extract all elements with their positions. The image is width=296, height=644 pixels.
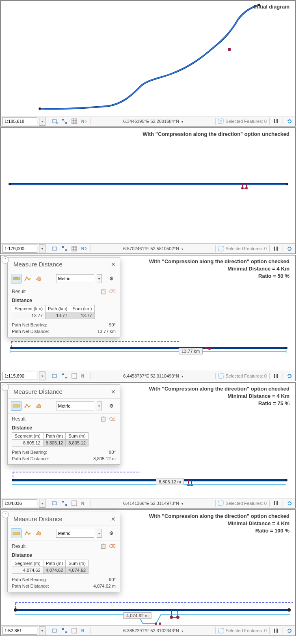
map-canvas[interactable]: With "Compression along the direction" o… xyxy=(1,383,295,498)
svg-rect-65 xyxy=(274,501,275,505)
tool-add-layer-icon[interactable] xyxy=(51,499,59,507)
scale-dropdown[interactable]: ▾ xyxy=(39,244,45,253)
coords-dropdown-icon[interactable]: ▾ xyxy=(181,120,183,124)
tool-grid-icon[interactable] xyxy=(70,627,78,635)
tool-snap-icon[interactable]: N xyxy=(80,499,88,507)
scale-input[interactable] xyxy=(2,117,37,125)
tool-constraints-icon[interactable] xyxy=(60,372,69,380)
tool-grid-icon[interactable] xyxy=(70,245,78,253)
refresh-icon[interactable] xyxy=(285,372,294,380)
measure-title: Measure Distance xyxy=(13,261,111,268)
copy-icon[interactable]: 📋 xyxy=(100,416,106,422)
tool-snap-icon[interactable]: N xyxy=(80,627,88,635)
coords-display: 6.5702461°E 52.5810502°N▾ xyxy=(93,246,213,251)
svg-rect-59 xyxy=(52,502,56,505)
tool-snap-icon[interactable]: N xyxy=(80,245,88,253)
tool-add-layer-icon[interactable] xyxy=(51,627,59,635)
pause-icon[interactable] xyxy=(272,372,280,380)
measure-distance-button[interactable] xyxy=(11,528,22,538)
close-icon[interactable]: ✕ xyxy=(111,516,116,522)
clear-icon[interactable]: ⌫ xyxy=(109,416,116,422)
status-bar: ▾ N 6.5702461°E 52.5810502°N▾ Selected F… xyxy=(1,243,295,253)
measure-distance-panel: Measure Distance✕ ▾ ⚙ Result📋⌫ Distance … xyxy=(7,384,120,465)
collapse-button[interactable]: ˄ xyxy=(2,511,9,518)
svg-point-73 xyxy=(287,608,291,612)
refresh-icon[interactable] xyxy=(285,245,294,253)
tool-grid-icon[interactable] xyxy=(70,499,78,507)
distance-label: Distance xyxy=(8,297,120,305)
scale-dropdown[interactable]: ▾ xyxy=(39,499,45,508)
tool-grid-icon[interactable] xyxy=(70,372,78,380)
measure-area-button[interactable] xyxy=(22,401,33,411)
refresh-icon[interactable] xyxy=(285,627,294,635)
tool-add-layer-icon[interactable] xyxy=(51,245,59,253)
refresh-icon[interactable] xyxy=(285,117,294,125)
map-canvas[interactable]: With "Compression along the direction" o… xyxy=(1,255,295,371)
selected-features: Selected Features: 0 xyxy=(218,628,267,633)
svg-rect-23 xyxy=(274,247,275,251)
scale-dropdown[interactable]: ▾ xyxy=(39,626,45,635)
unit-dropdown-icon[interactable]: ▾ xyxy=(97,401,102,410)
map-canvas[interactable]: With "Compression along the direction" o… xyxy=(1,128,295,243)
svg-point-35 xyxy=(285,347,287,349)
copy-icon[interactable]: 📋 xyxy=(100,543,106,549)
pause-icon[interactable] xyxy=(272,245,280,253)
tool-constraints-icon[interactable] xyxy=(60,499,69,507)
svg-rect-43 xyxy=(65,377,67,378)
close-icon[interactable]: ✕ xyxy=(111,261,116,268)
measure-feature-button[interactable] xyxy=(34,401,44,411)
svg-point-36 xyxy=(205,347,207,349)
clear-icon[interactable]: ⌫ xyxy=(109,289,116,294)
map-canvas[interactable]: With "Compression along the direction" o… xyxy=(1,510,295,625)
panel-title: Initial diagram xyxy=(254,3,290,11)
tool-constraints-icon[interactable] xyxy=(60,245,69,253)
selected-features: Selected Features: 0 xyxy=(218,373,267,379)
measure-feature-button[interactable] xyxy=(34,528,44,538)
scale-dropdown[interactable]: ▾ xyxy=(39,371,45,380)
tool-constraints-icon[interactable] xyxy=(60,117,69,125)
tool-constraints-icon[interactable] xyxy=(60,627,69,635)
pause-icon[interactable] xyxy=(272,627,280,635)
svg-point-1 xyxy=(39,107,41,110)
result-label: Result xyxy=(12,289,26,294)
selected-features: Selected Features: 0 xyxy=(218,246,267,251)
tool-add-layer-icon[interactable] xyxy=(51,372,59,380)
measure-feature-button[interactable] xyxy=(34,274,44,283)
tool-grid-icon[interactable] xyxy=(70,117,78,125)
settings-icon[interactable]: ⚙ xyxy=(106,401,117,411)
scale-dropdown[interactable]: ▾ xyxy=(39,117,45,126)
collapse-button[interactable]: ˄ xyxy=(2,256,9,264)
refresh-icon[interactable] xyxy=(285,499,294,507)
collapse-button[interactable]: ˄ xyxy=(2,384,9,391)
svg-rect-20 xyxy=(72,246,77,251)
pause-icon[interactable] xyxy=(272,117,280,125)
svg-point-77 xyxy=(159,623,161,625)
svg-point-13 xyxy=(9,183,11,185)
tool-snap-icon[interactable]: N xyxy=(80,117,88,125)
svg-point-75 xyxy=(176,616,179,619)
unit-dropdown-icon[interactable]: ▾ xyxy=(97,529,102,538)
scale-input[interactable] xyxy=(2,372,37,380)
svg-rect-81 xyxy=(72,628,77,633)
map-canvas[interactable]: Initial diagram xyxy=(1,1,295,116)
copy-icon[interactable]: 📋 xyxy=(100,289,106,294)
measure-area-button[interactable] xyxy=(22,274,33,283)
scale-input[interactable] xyxy=(2,499,37,507)
unit-dropdown-icon[interactable]: ▾ xyxy=(97,274,102,283)
settings-icon[interactable]: ⚙ xyxy=(106,274,117,283)
unit-select[interactable] xyxy=(56,529,94,538)
unit-select[interactable] xyxy=(56,274,94,283)
scale-input[interactable] xyxy=(2,245,37,253)
unit-select[interactable] xyxy=(56,401,94,410)
scale-input[interactable] xyxy=(2,627,37,635)
measure-area-button[interactable] xyxy=(22,528,33,538)
tool-add-layer-icon[interactable] xyxy=(51,117,59,125)
settings-icon[interactable]: ⚙ xyxy=(106,528,117,538)
tool-snap-icon[interactable]: N xyxy=(80,372,88,380)
measure-distance-button[interactable] xyxy=(11,401,22,411)
pause-icon[interactable] xyxy=(272,499,280,507)
svg-rect-44 xyxy=(72,374,77,378)
measure-distance-button[interactable] xyxy=(11,274,22,283)
clear-icon[interactable]: ⌫ xyxy=(109,543,116,549)
close-icon[interactable]: ✕ xyxy=(111,389,116,395)
